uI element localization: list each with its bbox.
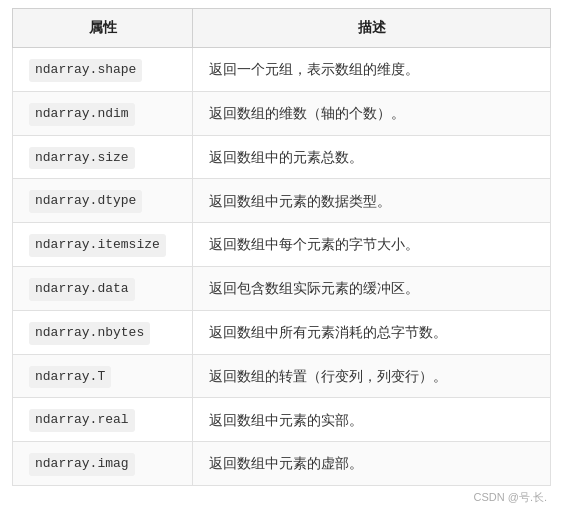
desc-cell: 返回数组中每个元素的字节大小。 (193, 223, 551, 267)
attr-code-label: ndarray.dtype (29, 190, 142, 213)
attr-cell: ndarray.nbytes (13, 310, 193, 354)
table-row: ndarray.real返回数组中元素的实部。 (13, 398, 551, 442)
table-row: ndarray.dtype返回数组中元素的数据类型。 (13, 179, 551, 223)
attr-cell: ndarray.itemsize (13, 223, 193, 267)
table-row: ndarray.nbytes返回数组中所有元素消耗的总字节数。 (13, 310, 551, 354)
desc-cell: 返回数组中所有元素消耗的总字节数。 (193, 310, 551, 354)
attr-code-label: ndarray.size (29, 147, 135, 170)
table-row: ndarray.ndim返回数组的维数（轴的个数）。 (13, 91, 551, 135)
attr-cell: ndarray.ndim (13, 91, 193, 135)
attr-code-label: ndarray.itemsize (29, 234, 166, 257)
table-header-row: 属性 描述 (13, 9, 551, 48)
attr-cell: ndarray.T (13, 354, 193, 398)
desc-cell: 返回数组的维数（轴的个数）。 (193, 91, 551, 135)
table-row: ndarray.shape返回一个元组，表示数组的维度。 (13, 48, 551, 92)
main-container: 属性 描述 ndarray.shape返回一个元组，表示数组的维度。ndarra… (0, 0, 563, 516)
attr-cell: ndarray.size (13, 135, 193, 179)
desc-cell: 返回数组中元素的虚部。 (193, 442, 551, 486)
attr-code-label: ndarray.nbytes (29, 322, 150, 345)
attr-code-label: ndarray.ndim (29, 103, 135, 126)
attr-cell: ndarray.dtype (13, 179, 193, 223)
attr-code-label: ndarray.real (29, 409, 135, 432)
desc-cell: 返回包含数组实际元素的缓冲区。 (193, 266, 551, 310)
table-row: ndarray.T返回数组的转置（行变列，列变行）。 (13, 354, 551, 398)
table-row: ndarray.imag返回数组中元素的虚部。 (13, 442, 551, 486)
attr-code-label: ndarray.shape (29, 59, 142, 82)
table-row: ndarray.itemsize返回数组中每个元素的字节大小。 (13, 223, 551, 267)
col-header-desc: 描述 (193, 9, 551, 48)
attr-code-label: ndarray.data (29, 278, 135, 301)
attr-cell: ndarray.data (13, 266, 193, 310)
attr-cell: ndarray.imag (13, 442, 193, 486)
desc-cell: 返回数组中的元素总数。 (193, 135, 551, 179)
attr-code-label: ndarray.imag (29, 453, 135, 476)
attr-code-label: ndarray.T (29, 366, 111, 389)
desc-cell: 返回数组中元素的实部。 (193, 398, 551, 442)
col-header-attr: 属性 (13, 9, 193, 48)
watermark-label: CSDN @号.长. (12, 486, 551, 505)
table-row: ndarray.data返回包含数组实际元素的缓冲区。 (13, 266, 551, 310)
attr-cell: ndarray.real (13, 398, 193, 442)
desc-cell: 返回一个元组，表示数组的维度。 (193, 48, 551, 92)
attr-cell: ndarray.shape (13, 48, 193, 92)
attributes-table: 属性 描述 ndarray.shape返回一个元组，表示数组的维度。ndarra… (12, 8, 551, 486)
desc-cell: 返回数组的转置（行变列，列变行）。 (193, 354, 551, 398)
desc-cell: 返回数组中元素的数据类型。 (193, 179, 551, 223)
table-row: ndarray.size返回数组中的元素总数。 (13, 135, 551, 179)
